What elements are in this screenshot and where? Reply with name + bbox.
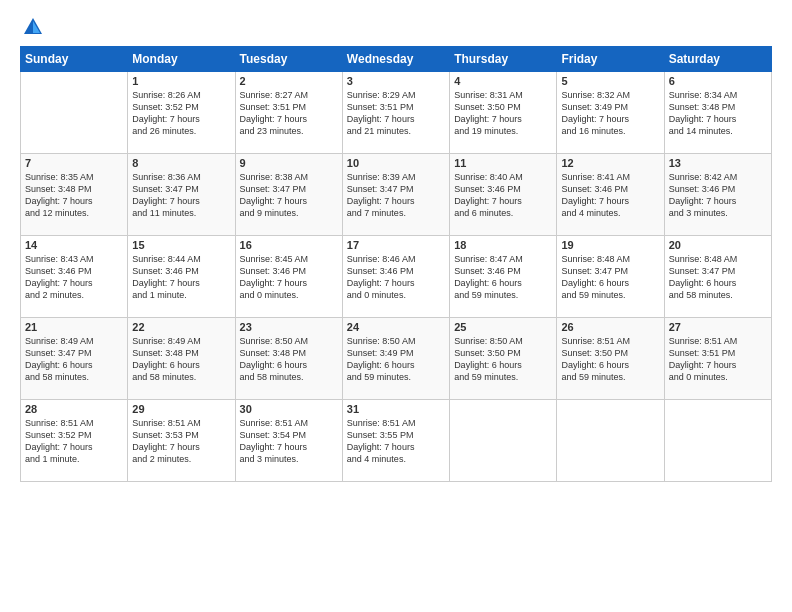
day-number: 21 (25, 321, 123, 333)
day-info: Sunrise: 8:42 AM Sunset: 3:46 PM Dayligh… (669, 171, 767, 220)
calendar-cell: 7Sunrise: 8:35 AM Sunset: 3:48 PM Daylig… (21, 154, 128, 236)
weekday-header-tuesday: Tuesday (235, 47, 342, 72)
day-info: Sunrise: 8:29 AM Sunset: 3:51 PM Dayligh… (347, 89, 445, 138)
day-number: 19 (561, 239, 659, 251)
day-number: 6 (669, 75, 767, 87)
weekday-header-sunday: Sunday (21, 47, 128, 72)
weekday-header-wednesday: Wednesday (342, 47, 449, 72)
day-info: Sunrise: 8:50 AM Sunset: 3:48 PM Dayligh… (240, 335, 338, 384)
calendar-cell: 21Sunrise: 8:49 AM Sunset: 3:47 PM Dayli… (21, 318, 128, 400)
calendar-cell: 27Sunrise: 8:51 AM Sunset: 3:51 PM Dayli… (664, 318, 771, 400)
day-number: 29 (132, 403, 230, 415)
day-number: 16 (240, 239, 338, 251)
day-info: Sunrise: 8:48 AM Sunset: 3:47 PM Dayligh… (669, 253, 767, 302)
calendar-week-1: 1Sunrise: 8:26 AM Sunset: 3:52 PM Daylig… (21, 72, 772, 154)
calendar-week-2: 7Sunrise: 8:35 AM Sunset: 3:48 PM Daylig… (21, 154, 772, 236)
day-number: 12 (561, 157, 659, 169)
day-info: Sunrise: 8:35 AM Sunset: 3:48 PM Dayligh… (25, 171, 123, 220)
day-number: 22 (132, 321, 230, 333)
day-number: 13 (669, 157, 767, 169)
calendar-cell: 9Sunrise: 8:38 AM Sunset: 3:47 PM Daylig… (235, 154, 342, 236)
day-info: Sunrise: 8:50 AM Sunset: 3:50 PM Dayligh… (454, 335, 552, 384)
day-number: 11 (454, 157, 552, 169)
header (20, 18, 772, 38)
day-number: 20 (669, 239, 767, 251)
calendar-cell: 19Sunrise: 8:48 AM Sunset: 3:47 PM Dayli… (557, 236, 664, 318)
calendar-cell (450, 400, 557, 482)
day-info: Sunrise: 8:45 AM Sunset: 3:46 PM Dayligh… (240, 253, 338, 302)
day-number: 27 (669, 321, 767, 333)
day-info: Sunrise: 8:27 AM Sunset: 3:51 PM Dayligh… (240, 89, 338, 138)
logo (20, 18, 44, 38)
day-info: Sunrise: 8:41 AM Sunset: 3:46 PM Dayligh… (561, 171, 659, 220)
calendar-cell: 24Sunrise: 8:50 AM Sunset: 3:49 PM Dayli… (342, 318, 449, 400)
day-number: 5 (561, 75, 659, 87)
day-number: 10 (347, 157, 445, 169)
day-number: 1 (132, 75, 230, 87)
day-info: Sunrise: 8:48 AM Sunset: 3:47 PM Dayligh… (561, 253, 659, 302)
day-info: Sunrise: 8:49 AM Sunset: 3:48 PM Dayligh… (132, 335, 230, 384)
logo-icon (22, 16, 44, 38)
day-number: 25 (454, 321, 552, 333)
day-info: Sunrise: 8:36 AM Sunset: 3:47 PM Dayligh… (132, 171, 230, 220)
calendar-cell: 23Sunrise: 8:50 AM Sunset: 3:48 PM Dayli… (235, 318, 342, 400)
calendar-week-4: 21Sunrise: 8:49 AM Sunset: 3:47 PM Dayli… (21, 318, 772, 400)
calendar-cell: 1Sunrise: 8:26 AM Sunset: 3:52 PM Daylig… (128, 72, 235, 154)
day-info: Sunrise: 8:38 AM Sunset: 3:47 PM Dayligh… (240, 171, 338, 220)
day-info: Sunrise: 8:51 AM Sunset: 3:54 PM Dayligh… (240, 417, 338, 466)
calendar-cell: 22Sunrise: 8:49 AM Sunset: 3:48 PM Dayli… (128, 318, 235, 400)
calendar-cell: 12Sunrise: 8:41 AM Sunset: 3:46 PM Dayli… (557, 154, 664, 236)
calendar-cell: 10Sunrise: 8:39 AM Sunset: 3:47 PM Dayli… (342, 154, 449, 236)
day-info: Sunrise: 8:31 AM Sunset: 3:50 PM Dayligh… (454, 89, 552, 138)
calendar-cell: 6Sunrise: 8:34 AM Sunset: 3:48 PM Daylig… (664, 72, 771, 154)
calendar-cell: 18Sunrise: 8:47 AM Sunset: 3:46 PM Dayli… (450, 236, 557, 318)
day-info: Sunrise: 8:40 AM Sunset: 3:46 PM Dayligh… (454, 171, 552, 220)
day-number: 9 (240, 157, 338, 169)
weekday-header-saturday: Saturday (664, 47, 771, 72)
calendar-cell: 28Sunrise: 8:51 AM Sunset: 3:52 PM Dayli… (21, 400, 128, 482)
calendar-cell (21, 72, 128, 154)
day-info: Sunrise: 8:47 AM Sunset: 3:46 PM Dayligh… (454, 253, 552, 302)
day-info: Sunrise: 8:51 AM Sunset: 3:55 PM Dayligh… (347, 417, 445, 466)
calendar-cell: 16Sunrise: 8:45 AM Sunset: 3:46 PM Dayli… (235, 236, 342, 318)
calendar-cell: 15Sunrise: 8:44 AM Sunset: 3:46 PM Dayli… (128, 236, 235, 318)
day-number: 14 (25, 239, 123, 251)
day-number: 30 (240, 403, 338, 415)
day-number: 26 (561, 321, 659, 333)
calendar-week-3: 14Sunrise: 8:43 AM Sunset: 3:46 PM Dayli… (21, 236, 772, 318)
weekday-header-row: SundayMondayTuesdayWednesdayThursdayFrid… (21, 47, 772, 72)
day-number: 18 (454, 239, 552, 251)
day-number: 24 (347, 321, 445, 333)
day-info: Sunrise: 8:51 AM Sunset: 3:51 PM Dayligh… (669, 335, 767, 384)
calendar-cell: 13Sunrise: 8:42 AM Sunset: 3:46 PM Dayli… (664, 154, 771, 236)
calendar-cell: 8Sunrise: 8:36 AM Sunset: 3:47 PM Daylig… (128, 154, 235, 236)
day-info: Sunrise: 8:51 AM Sunset: 3:53 PM Dayligh… (132, 417, 230, 466)
day-number: 28 (25, 403, 123, 415)
calendar-cell: 11Sunrise: 8:40 AM Sunset: 3:46 PM Dayli… (450, 154, 557, 236)
day-number: 2 (240, 75, 338, 87)
calendar-cell: 29Sunrise: 8:51 AM Sunset: 3:53 PM Dayli… (128, 400, 235, 482)
day-info: Sunrise: 8:51 AM Sunset: 3:52 PM Dayligh… (25, 417, 123, 466)
calendar-table: SundayMondayTuesdayWednesdayThursdayFrid… (20, 46, 772, 482)
day-info: Sunrise: 8:32 AM Sunset: 3:49 PM Dayligh… (561, 89, 659, 138)
day-info: Sunrise: 8:39 AM Sunset: 3:47 PM Dayligh… (347, 171, 445, 220)
day-info: Sunrise: 8:34 AM Sunset: 3:48 PM Dayligh… (669, 89, 767, 138)
calendar-cell: 14Sunrise: 8:43 AM Sunset: 3:46 PM Dayli… (21, 236, 128, 318)
calendar-cell (664, 400, 771, 482)
day-info: Sunrise: 8:44 AM Sunset: 3:46 PM Dayligh… (132, 253, 230, 302)
day-info: Sunrise: 8:46 AM Sunset: 3:46 PM Dayligh… (347, 253, 445, 302)
calendar-cell (557, 400, 664, 482)
weekday-header-friday: Friday (557, 47, 664, 72)
day-info: Sunrise: 8:50 AM Sunset: 3:49 PM Dayligh… (347, 335, 445, 384)
day-number: 15 (132, 239, 230, 251)
page: SundayMondayTuesdayWednesdayThursdayFrid… (0, 0, 792, 612)
calendar-week-5: 28Sunrise: 8:51 AM Sunset: 3:52 PM Dayli… (21, 400, 772, 482)
calendar-cell: 30Sunrise: 8:51 AM Sunset: 3:54 PM Dayli… (235, 400, 342, 482)
calendar-cell: 26Sunrise: 8:51 AM Sunset: 3:50 PM Dayli… (557, 318, 664, 400)
day-number: 23 (240, 321, 338, 333)
day-number: 17 (347, 239, 445, 251)
day-info: Sunrise: 8:43 AM Sunset: 3:46 PM Dayligh… (25, 253, 123, 302)
svg-marker-1 (33, 21, 40, 33)
calendar-cell: 17Sunrise: 8:46 AM Sunset: 3:46 PM Dayli… (342, 236, 449, 318)
calendar-cell: 20Sunrise: 8:48 AM Sunset: 3:47 PM Dayli… (664, 236, 771, 318)
